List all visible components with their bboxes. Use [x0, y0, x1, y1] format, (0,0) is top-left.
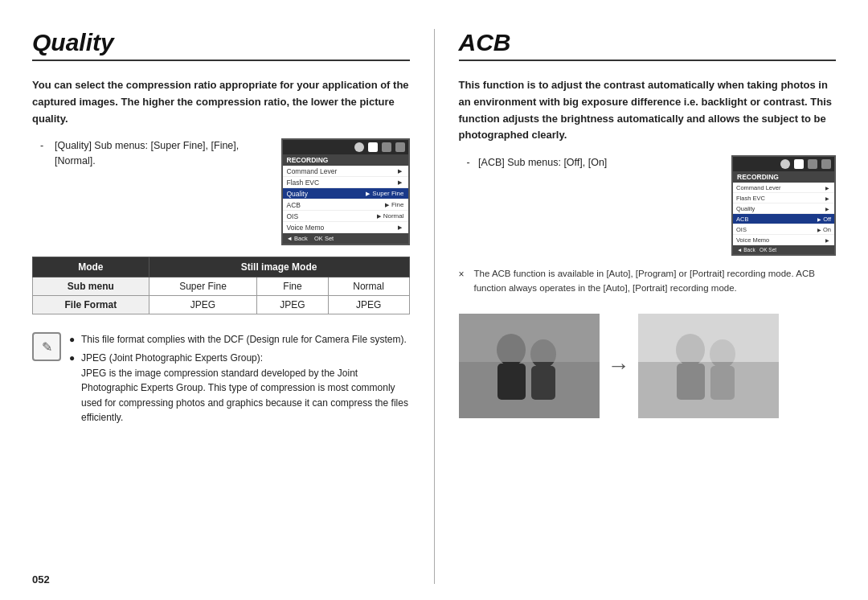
- quality-camera-menu: RECORDING Command Lever▶ Flash EVC▶ Qual…: [281, 138, 410, 245]
- svg-rect-6: [459, 314, 600, 362]
- photo-comparison: →: [459, 314, 837, 418]
- cam-icon-display: [382, 142, 391, 152]
- menu-bottom-bar: ◄ Back OK Set: [283, 233, 408, 244]
- menu-row-voice: Voice Memo▶: [283, 222, 408, 233]
- table-row2-c1: JPEG: [149, 296, 257, 314]
- recording-header: RECORDING: [283, 154, 408, 166]
- note-bullet-dot-2: ●: [69, 351, 77, 425]
- table-row2-c3: JPEG: [328, 296, 409, 314]
- acb-bullet-dash: -: [467, 157, 470, 168]
- acb-cam-icon-sound: [794, 159, 804, 169]
- note2-title: JPEG (Joint Photographic Experts Group):: [81, 351, 410, 366]
- photo-after: [638, 314, 779, 418]
- acb-title: ACB: [459, 29, 837, 61]
- svg-rect-8: [638, 362, 779, 418]
- acb-recording-header: RECORDING: [733, 171, 834, 183]
- bullet-dash-1: -: [40, 138, 50, 154]
- note-bullet-dot-1: ●: [69, 332, 77, 347]
- note-icon-box: ✎: [32, 332, 61, 361]
- menu-row-ois: OIS▶Normal: [283, 211, 408, 222]
- cam-icon-camera: [354, 142, 364, 152]
- note2-body: JPEG is the image compression standard d…: [81, 368, 408, 424]
- svg-rect-3: [497, 364, 526, 400]
- svg-rect-1: [459, 362, 600, 418]
- arrow-icon: →: [608, 355, 630, 377]
- quality-bullet1: - [Quality] Sub menus: [Super Fine], [Fi…: [40, 138, 270, 169]
- note1-text: This file format complies with the DCF (…: [81, 332, 407, 347]
- table-col2: Still image Mode: [149, 257, 409, 277]
- acb-menu-row-flash: Flash EVC▶: [733, 193, 834, 203]
- acb-menu-row-quality: Quality▶: [733, 203, 834, 214]
- table-col1: Mode: [33, 257, 149, 277]
- acb-menu-bottom-bar: ◄ Back OK Set: [733, 245, 834, 254]
- mode-table: Mode Still image Mode Sub menu Super Fin…: [32, 257, 410, 314]
- menu-row-command: Command Lever▶: [283, 166, 408, 177]
- table-row1-c3: Normal: [328, 277, 409, 296]
- cam-icon-sound: [368, 142, 378, 152]
- table-row1-c1: Super Fine: [149, 277, 257, 296]
- table-row1-header: Sub menu: [33, 277, 149, 296]
- table-row1-c2: Fine: [257, 277, 328, 296]
- notes-text: ● This file format complies with the DCF…: [69, 332, 410, 429]
- acb-bullet1: - [ACB] Sub menus: [Off], [On]: [467, 155, 721, 171]
- acb-cam-icon-display: [808, 159, 817, 169]
- acb-note: × The ACB function is available in [Auto…: [459, 267, 837, 296]
- acb-camera-menu: RECORDING Command Lever▶ Flash EVC▶ Qual…: [731, 155, 836, 256]
- menu-row-quality: Quality▶Super Fine: [283, 188, 408, 199]
- acb-menu-row-acb: ACB▶Off: [733, 214, 834, 224]
- acb-menu-row-ois: OIS▶On: [733, 224, 834, 235]
- quality-title: Quality: [32, 29, 410, 61]
- svg-rect-10: [677, 364, 705, 400]
- acb-bullet-text: [ACB] Sub menus: [Off], [On]: [478, 157, 607, 168]
- svg-rect-5: [531, 366, 555, 400]
- acb-note-text: The ACB function is available in [Auto],…: [474, 267, 837, 296]
- menu-row-acb: ACB▶Fine: [283, 199, 408, 211]
- table-row2-header: File Format: [33, 296, 149, 314]
- quality-intro: You can select the compression ratio app…: [32, 77, 410, 127]
- acb-intro: This function is to adjust the contrast …: [459, 77, 837, 144]
- table-row2-c2: JPEG: [257, 296, 328, 314]
- menu-row-flash: Flash EVC▶: [283, 177, 408, 188]
- photo-before: [459, 314, 600, 418]
- acb-cam-icon-settings: [821, 159, 831, 169]
- acb-note-x: ×: [459, 267, 470, 282]
- acb-cam-icon-camera: [780, 159, 790, 169]
- cam-icon-settings: [395, 142, 405, 152]
- bullet-text-1: [Quality] Sub menus: [Super Fine], [Fine…: [55, 138, 270, 169]
- svg-rect-13: [638, 314, 779, 362]
- svg-rect-12: [710, 366, 735, 400]
- note-icon: ✎: [42, 339, 52, 355]
- notes-section: ✎ ● This file format complies with the D…: [32, 332, 410, 429]
- note2-text: JPEG (Joint Photographic Experts Group):…: [81, 351, 410, 425]
- page-number: 052: [32, 573, 50, 586]
- acb-menu-row-voice: Voice Memo▶: [733, 235, 834, 245]
- acb-menu-row-command: Command Lever▶: [733, 183, 834, 193]
